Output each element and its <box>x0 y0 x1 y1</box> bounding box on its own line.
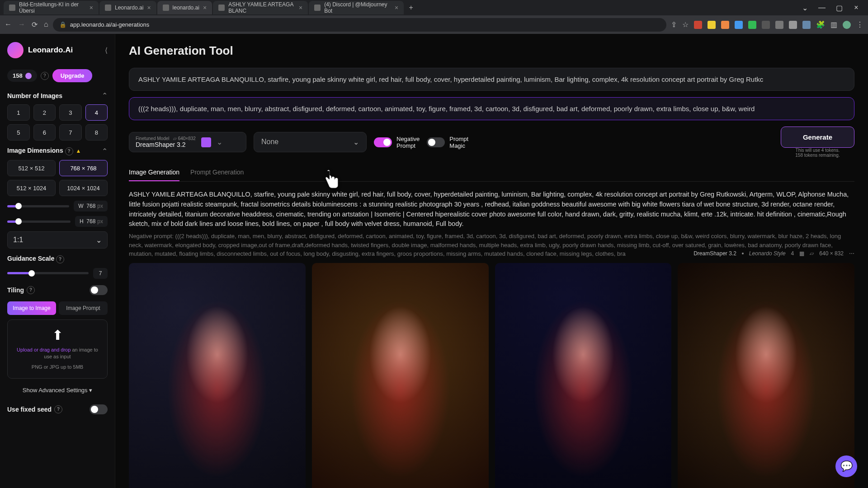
tiling-toggle[interactable] <box>90 285 108 295</box>
dim-preset-768[interactable]: 768 × 768 <box>59 160 108 176</box>
maximize-icon[interactable]: ▢ <box>833 4 845 12</box>
num-images-3[interactable]: 3 <box>59 104 82 121</box>
info-icon[interactable]: ? <box>56 255 64 263</box>
tab-image-generation[interactable]: Image Generation <box>129 169 179 181</box>
section-title: Image Dimensions ?▲ <box>7 147 81 155</box>
tab-prompt-generation[interactable]: Prompt Generation <box>190 169 244 181</box>
collapse-sidebar-icon[interactable]: ⟨ <box>105 46 108 55</box>
close-icon[interactable]: × <box>147 4 151 11</box>
minimize-icon[interactable]: — <box>816 4 828 12</box>
aspect-select[interactable]: 1:1⌄ <box>7 231 108 249</box>
close-icon[interactable]: × <box>395 4 398 11</box>
sidepanel-icon[interactable]: ▥ <box>830 20 837 29</box>
num-images-2[interactable]: 2 <box>33 104 56 121</box>
home-icon[interactable]: ⌂ <box>44 20 48 29</box>
extension-icon[interactable] <box>789 21 797 29</box>
dim-preset-512[interactable]: 512 × 512 <box>7 160 56 176</box>
extension-icon[interactable] <box>694 21 702 29</box>
negative-prompt-input[interactable]: (((2 heads))), duplicate, man, men, blur… <box>129 97 854 120</box>
chevron-down-icon[interactable]: ⌄ <box>798 4 811 12</box>
guidance-slider[interactable] <box>7 272 89 274</box>
more-icon[interactable]: ⋯ <box>849 250 854 257</box>
upgrade-button[interactable]: Upgrade <box>52 69 93 82</box>
info-icon[interactable]: ? <box>41 72 49 80</box>
chevron-up-icon[interactable]: ⌃ <box>102 91 108 100</box>
tab-image-prompt[interactable]: Image Prompt <box>59 301 108 315</box>
result-prompt-text: ASHLY YAMILE ARTEAGA BLANQUILLO, starfir… <box>129 190 854 229</box>
generated-image-4[interactable] <box>678 263 854 488</box>
window-controls: ⌄ — ▢ × <box>798 4 868 12</box>
style-selector[interactable]: None⌄ <box>254 132 367 152</box>
bookmark-icon[interactable]: ☆ <box>682 20 689 29</box>
extension-icon[interactable] <box>748 21 756 29</box>
generate-info: This will use 4 tokens.158 tokens remain… <box>781 148 854 158</box>
tab-favicon <box>9 5 15 11</box>
tab-favicon <box>163 5 169 11</box>
num-images-4[interactable]: 4 <box>85 104 108 121</box>
forward-icon[interactable]: → <box>18 20 25 29</box>
upload-icon: ⬆ <box>15 327 100 343</box>
browser-tab-4[interactable]: (4) Discord | @Midjourney Bot× <box>309 1 404 14</box>
browser-tab-0[interactable]: Bild-Erstellungs-KI in der Übersi× <box>4 1 99 14</box>
extension-icon[interactable] <box>735 21 743 29</box>
num-images-8[interactable]: 8 <box>85 124 108 141</box>
browser-tab-3[interactable]: ASHLY YAMILE ARTEAGA BLANC× <box>213 1 308 14</box>
prompt-input[interactable]: ASHLY YAMILE ARTEAGA BLANQUILLO, starfir… <box>129 68 854 91</box>
advanced-settings-button[interactable]: Show Advanced Settings ▾ <box>7 382 108 398</box>
height-slider[interactable] <box>7 221 71 223</box>
extension-icon[interactable] <box>762 21 770 29</box>
model-dim: 640×832 <box>178 136 196 141</box>
result-dim: 640 × 832 <box>819 250 844 257</box>
puzzle-icon[interactable]: 🧩 <box>816 20 825 29</box>
width-slider[interactable] <box>7 205 69 207</box>
tab-image-to-image[interactable]: Image to Image <box>7 301 56 315</box>
section-title: Guidance Scale ? <box>7 255 64 263</box>
num-images-5[interactable]: 5 <box>7 124 30 141</box>
tab-favicon <box>218 5 225 11</box>
info-icon[interactable]: ? <box>54 405 62 413</box>
browser-tab-1[interactable]: Leonardo.ai× <box>99 1 156 14</box>
menu-icon[interactable]: ⋮ <box>856 20 863 29</box>
model-label: Finetuned Model <box>136 136 170 141</box>
close-window-icon[interactable]: × <box>850 4 863 12</box>
url-input[interactable]: 🔒 app.leonardo.ai/ai-generations <box>53 18 666 32</box>
back-icon[interactable]: ← <box>5 20 12 29</box>
close-icon[interactable]: × <box>90 4 93 11</box>
avatar-icon[interactable] <box>843 21 851 29</box>
brand-name: Leonardo.Ai <box>28 46 73 55</box>
info-icon[interactable]: ? <box>65 147 73 155</box>
upload-dropzone[interactable]: ⬆ Upload or drag and drop an image to us… <box>7 319 108 379</box>
num-images-1[interactable]: 1 <box>7 104 30 121</box>
tab-bar: Bild-Erstellungs-KI in der Übersi× Leona… <box>0 0 868 15</box>
dim-preset-1024[interactable]: 1024 × 1024 <box>59 180 108 196</box>
close-icon[interactable]: × <box>299 4 302 11</box>
chevron-down-icon: ⌄ <box>96 236 102 244</box>
dim-preset-512x1024[interactable]: 512 × 1024 <box>7 180 56 196</box>
generated-image-3[interactable] <box>495 263 672 488</box>
reload-icon[interactable]: ⟳ <box>32 20 38 29</box>
generated-image-1[interactable] <box>129 263 306 488</box>
generate-button[interactable]: Generate <box>781 127 854 148</box>
prompt-magic-toggle[interactable] <box>427 137 445 147</box>
close-icon[interactable]: × <box>203 4 207 11</box>
extension-icon[interactable] <box>708 21 716 29</box>
brand-logo <box>7 42 24 58</box>
negative-prompt-toggle[interactable] <box>374 137 392 147</box>
dimensions-icon: ▱ <box>173 136 177 141</box>
extension-icon[interactable] <box>775 21 783 29</box>
model-selector[interactable]: Finetuned Model ▱ 640×832 DreamShaper 3.… <box>129 132 246 152</box>
num-images-7[interactable]: 7 <box>59 124 82 141</box>
generated-image-2[interactable] <box>312 263 489 488</box>
extension-icon[interactable] <box>721 21 729 29</box>
chevron-up-icon[interactable]: ⌃ <box>102 147 108 155</box>
share-icon[interactable]: ⇪ <box>671 20 677 29</box>
new-tab-button[interactable]: + <box>405 1 417 14</box>
tab-title: ASHLY YAMILE ARTEAGA BLANC <box>228 1 295 14</box>
browser-tab-2[interactable]: leonardo.ai× <box>157 1 212 14</box>
seed-toggle[interactable] <box>90 404 108 414</box>
info-icon[interactable]: ? <box>27 286 35 294</box>
num-images-6[interactable]: 6 <box>33 124 56 141</box>
chat-fab[interactable]: 💬 <box>835 455 857 477</box>
extension-icon[interactable] <box>802 21 811 29</box>
tab-favicon <box>105 5 111 11</box>
